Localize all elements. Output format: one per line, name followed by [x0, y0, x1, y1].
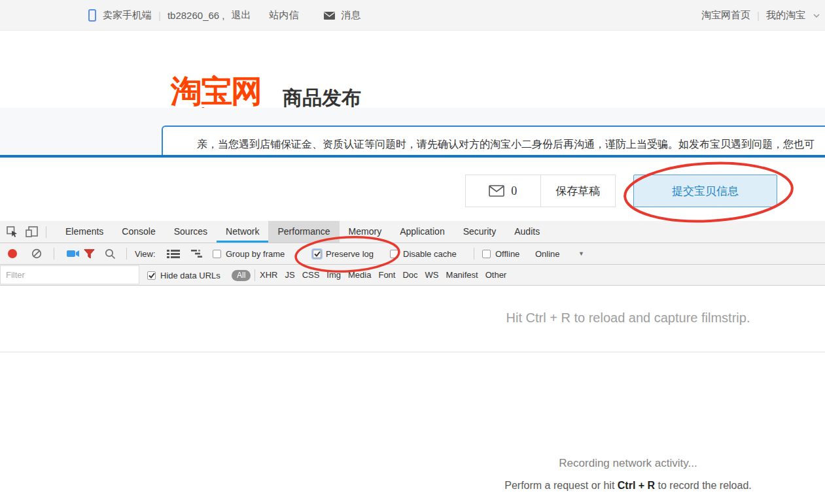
record-icon	[8, 249, 17, 258]
hide-data-urls-checkbox[interactable]	[147, 271, 156, 280]
logout-link[interactable]: 退出	[232, 9, 251, 22]
tab-console[interactable]: Console	[113, 221, 164, 243]
seller-mobile-link[interactable]: 卖家手机端	[103, 9, 152, 22]
notice-section: 亲，当您遇到店铺保证金、资质认证等问题时，请先确认对方的淘宝小二身份后再沟通，谨…	[0, 108, 825, 155]
offline-checkbox[interactable]	[482, 250, 491, 258]
filter-input[interactable]	[0, 265, 139, 284]
envelope-icon	[489, 185, 504, 197]
tab-elements[interactable]: Elements	[56, 221, 113, 243]
tab-performance[interactable]: Performance	[268, 221, 339, 243]
devtools-panel: Elements Console Sources Network Perform…	[0, 221, 825, 504]
view-list-button[interactable]	[167, 243, 180, 264]
topbar: 卖家手机端 | tb28260_66 , 退出 站内信 消息 淘宝网首页 | 我…	[0, 0, 825, 31]
separator	[474, 243, 474, 264]
view-waterfall-button[interactable]	[191, 243, 204, 264]
record-button[interactable]	[8, 243, 17, 264]
hide-data-urls-label: Hide data URLs	[160, 271, 220, 280]
throttling-dropdown-arrow[interactable]: ▼	[578, 243, 584, 264]
filmstrip-hint: Hit Ctrl + R to reload and capture films…	[432, 311, 824, 326]
save-draft-label: 保存草稿	[555, 184, 600, 199]
filter-button[interactable]	[84, 243, 95, 264]
mail-icon	[324, 12, 335, 20]
filter-type-css[interactable]: CSS	[302, 270, 320, 280]
site-mail-link[interactable]: 站内信	[270, 9, 299, 22]
filter-type-media[interactable]: Media	[348, 270, 371, 280]
disable-cache-checkbox[interactable]	[390, 250, 398, 258]
draft-button-group: 0 保存草稿	[465, 175, 616, 207]
list-view-icon	[167, 249, 180, 259]
filter-type-other[interactable]: Other	[485, 270, 507, 280]
chevron-down-icon[interactable]	[813, 14, 820, 18]
inspect-element-icon[interactable]	[7, 226, 18, 237]
tab-memory[interactable]: Memory	[340, 221, 391, 243]
filter-type-js[interactable]: JS	[285, 270, 294, 280]
taobao-home-link[interactable]: 淘宝网首页	[701, 9, 750, 22]
device-toolbar-icon[interactable]	[26, 226, 38, 237]
preserve-log-label: Preserve log	[326, 249, 374, 259]
tab-security[interactable]: Security	[454, 221, 506, 243]
panel-divider	[0, 352, 825, 352]
logo-header: 淘宝网 Taobao.com 商品发布	[0, 31, 825, 108]
filter-type-list: XHR JS CSS Img Media Font Doc WS Manifes…	[260, 265, 506, 285]
filter-type-xhr[interactable]: XHR	[260, 270, 277, 280]
separator	[54, 243, 54, 264]
throttling-select[interactable]: Online	[535, 243, 560, 264]
notice-box: 亲，当您遇到店铺保证金、资质认证等问题时，请先确认对方的淘宝小二身份后再沟通，谨…	[162, 126, 825, 155]
perform-hint-prefix: Perform a request or hit	[504, 480, 618, 491]
all-badge-label: All	[232, 270, 251, 281]
offline-toggle[interactable]: Offline	[482, 243, 519, 264]
capture-screenshots-button[interactable]	[67, 243, 80, 264]
search-icon	[105, 248, 116, 260]
messages-link[interactable]: 消息	[342, 9, 361, 22]
waterfall-icon	[191, 249, 204, 258]
topbar-right: 淘宝网首页 | 我的淘宝	[701, 0, 820, 31]
account-name: tb28260_66 ,	[167, 10, 225, 21]
tab-audits[interactable]: Audits	[505, 221, 549, 243]
dropdown-arrow-icon: ▼	[578, 250, 584, 257]
group-by-frame-toggle[interactable]: Group by frame	[213, 243, 285, 264]
tab-network[interactable]: Network	[217, 221, 268, 243]
perform-hint: Perform a request or hit Ctrl + R to rec…	[399, 480, 825, 492]
clear-icon	[31, 248, 42, 259]
my-taobao-link[interactable]: 我的淘宝	[766, 9, 805, 22]
separator: |	[757, 10, 760, 21]
separator	[255, 265, 255, 286]
mobile-phone-icon	[88, 9, 96, 22]
group-by-frame-label: Group by frame	[226, 249, 285, 259]
group-by-frame-checkbox[interactable]	[213, 250, 221, 258]
draft-count-button[interactable]: 0	[466, 175, 540, 207]
network-toolbar: View: Group by frame Preserve log Disabl…	[0, 243, 825, 265]
devtools-tabbar-icons	[7, 221, 46, 243]
topbar-left: 卖家手机端 | tb28260_66 , 退出 站内信 消息	[88, 0, 361, 31]
separator	[46, 226, 46, 238]
camera-icon	[67, 249, 80, 258]
perform-hint-suffix: to record the reload.	[655, 480, 752, 491]
submit-item-button[interactable]: 提交宝贝信息	[633, 175, 777, 207]
view-label: View:	[135, 243, 156, 264]
filter-all-badge[interactable]: All	[232, 265, 251, 286]
recording-status: Recording network activity...	[432, 457, 824, 470]
separator	[126, 243, 127, 264]
filter-type-img[interactable]: Img	[326, 270, 341, 280]
page: 卖家手机端 | tb28260_66 , 退出 站内信 消息 淘宝网首页 | 我…	[0, 0, 825, 504]
filter-type-font[interactable]: Font	[378, 270, 395, 280]
filter-type-ws[interactable]: WS	[425, 270, 439, 280]
actions-section: 0 保存草稿 提交宝贝信息	[0, 158, 825, 221]
devtools-tabbar: Elements Console Sources Network Perform…	[0, 221, 825, 243]
preserve-log-checkbox[interactable]	[313, 250, 321, 258]
search-button[interactable]	[105, 243, 116, 264]
filter-type-manifest[interactable]: Manifest	[446, 270, 478, 280]
filter-type-doc[interactable]: Doc	[402, 270, 417, 280]
submit-item-label: 提交宝贝信息	[672, 184, 739, 199]
disable-cache-toggle[interactable]: Disable cache	[390, 243, 457, 264]
tab-application[interactable]: Application	[391, 221, 454, 243]
tab-sources[interactable]: Sources	[165, 221, 217, 243]
preserve-log-toggle[interactable]: Preserve log	[313, 243, 374, 264]
clear-button[interactable]	[31, 243, 42, 264]
hide-data-urls-toggle[interactable]: Hide data URLs	[147, 265, 220, 286]
separator: |	[158, 10, 161, 21]
offline-label: Offline	[495, 249, 519, 259]
throttling-value: Online	[535, 249, 560, 259]
save-draft-button[interactable]: 保存草稿	[540, 175, 616, 207]
perform-hint-key: Ctrl + R	[618, 480, 655, 491]
